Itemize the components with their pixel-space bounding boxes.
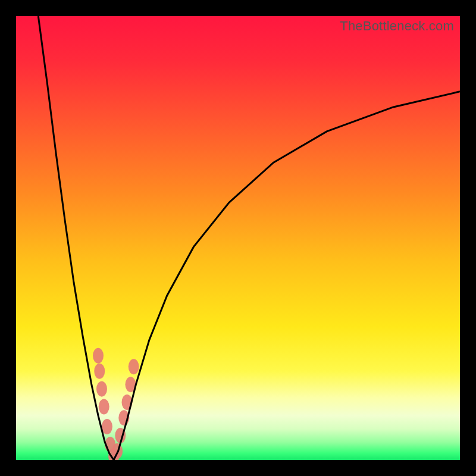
chart-svg [16,16,460,460]
marker-layer [93,348,139,460]
data-marker [99,399,109,414]
curve-right-branch [114,92,460,460]
chart-frame: TheBottleneck.com [0,0,476,476]
data-marker [96,381,107,397]
watermark-text: TheBottleneck.com [340,18,454,34]
data-marker [94,364,105,379]
data-marker [129,359,139,374]
data-marker [93,348,104,364]
data-marker [102,419,112,434]
plot-area: TheBottleneck.com [16,16,460,460]
